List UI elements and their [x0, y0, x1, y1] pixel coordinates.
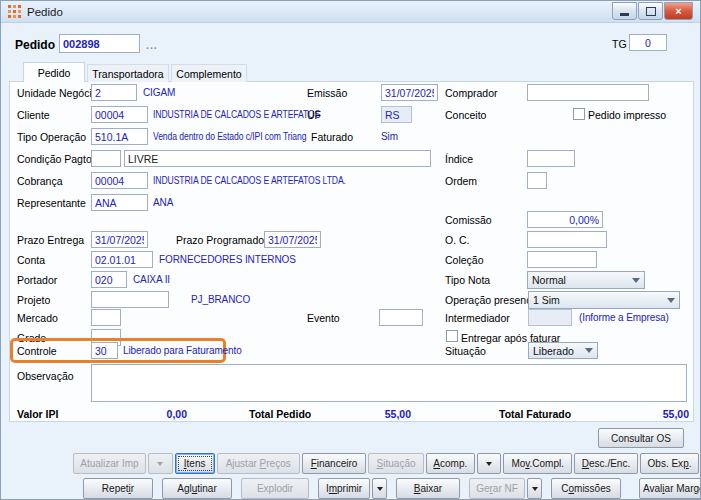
valor-ipi-value: 0,00: [111, 408, 187, 420]
cliente-input[interactable]: [91, 106, 148, 123]
total-faturado-label: Total Faturado: [499, 408, 571, 420]
situacao-label: Situação: [445, 345, 486, 357]
financeiro-button[interactable]: Financeiro: [302, 453, 367, 474]
intermediador-hint: (Informe a Empresa): [579, 312, 669, 323]
portador-desc: CAIXA II: [133, 274, 170, 285]
intermediador-label: Intermediador: [445, 312, 510, 324]
comissoes-button[interactable]: Comissões: [551, 478, 621, 499]
cobranca-input[interactable]: [91, 172, 148, 189]
projeto-label: Projeto: [17, 294, 50, 306]
mercado-label: Mercado: [17, 312, 58, 324]
operacao-presencial-select[interactable]: 1 Sim: [528, 291, 680, 309]
representante-input[interactable]: [91, 194, 148, 211]
mov-compl-button[interactable]: Mov.Compl.: [503, 453, 572, 474]
pedido-window: Pedido × Pedido ... TG Pedido Transporta…: [0, 0, 701, 500]
chevron-down-icon: [377, 487, 383, 491]
controle-desc: Liberado para Faturamento: [123, 345, 242, 356]
ordem-input[interactable]: [527, 172, 547, 189]
tipo-nota-select[interactable]: Normal: [527, 271, 645, 289]
tab-pedido[interactable]: Pedido: [23, 62, 85, 82]
comprador-input[interactable]: [527, 84, 649, 101]
projeto-desc: PJ_BRANCO: [191, 294, 250, 305]
acomp-dropdown-button[interactable]: [477, 453, 502, 474]
restore-button[interactable]: [638, 2, 663, 20]
controle-label: Controle: [17, 345, 57, 357]
observacao-textarea[interactable]: [91, 364, 687, 402]
unidade-negocio-desc: CIGAM: [143, 87, 175, 98]
condicao-pagto-code-input[interactable]: [91, 150, 121, 167]
portador-label: Portador: [17, 274, 57, 286]
repetir-button[interactable]: Repetir: [83, 478, 153, 499]
controle-input[interactable]: [91, 342, 118, 359]
ajustar-precos-button: Ajustar Preços: [217, 453, 300, 474]
chevron-down-icon: [632, 278, 640, 283]
oc-label: O. C.: [445, 234, 470, 246]
gerar-nf-button: Gerar NF: [469, 478, 525, 499]
tipo-operacao-label: Tipo Operação: [17, 131, 86, 143]
itens-button[interactable]: Itens: [175, 453, 215, 474]
prazo-programado-label: Prazo Programado: [176, 234, 264, 246]
situacao-button: Situação: [368, 453, 423, 474]
evento-input[interactable]: [379, 309, 423, 326]
comprador-label: Comprador: [445, 87, 498, 99]
indice-label: Índice: [445, 153, 473, 165]
indice-input[interactable]: [527, 150, 575, 167]
app-icon: [8, 5, 21, 18]
condicao-pagto-desc-input[interactable]: [124, 150, 431, 167]
titlebar: Pedido ×: [1, 1, 700, 23]
desc-enc-button[interactable]: Desc./Enc.: [574, 453, 638, 474]
comissao-input[interactable]: [527, 211, 603, 228]
unidade-negocio-label: Unidade Negócio: [17, 87, 98, 99]
prazo-programado-input[interactable]: [264, 231, 321, 248]
portador-input[interactable]: [91, 271, 127, 288]
tab-complemento[interactable]: Complemento: [171, 64, 247, 82]
conta-desc: FORNECEDORES INTERNOS: [159, 254, 296, 265]
tg-label: TG: [612, 38, 627, 50]
consultar-os-button[interactable]: Consultar OS: [598, 428, 684, 448]
chevron-down-icon: [486, 462, 492, 466]
aglutinar-button[interactable]: Aglutinar: [162, 478, 232, 499]
evento-label: Evento: [307, 312, 340, 324]
grade-label: Grade: [17, 332, 46, 344]
atualizar-imp-dropdown-button: [148, 453, 173, 474]
prazo-entrega-input[interactable]: [91, 231, 148, 248]
tab-transportadora[interactable]: Transportadora: [87, 64, 169, 82]
colecao-input[interactable]: [527, 251, 597, 268]
close-button[interactable]: ×: [664, 2, 693, 20]
tipo-nota-label: Tipo Nota: [445, 274, 490, 286]
conta-label: Conta: [17, 254, 45, 266]
minimize-icon: [620, 13, 629, 16]
minimize-button[interactable]: [612, 2, 637, 20]
oc-input[interactable]: [527, 231, 607, 248]
chevron-down-icon: [667, 298, 675, 303]
emissao-input[interactable]: [381, 84, 438, 101]
restore-icon: [646, 7, 656, 16]
acomp-button[interactable]: Acomp.: [426, 453, 475, 474]
total-pedido-value: 55,00: [331, 408, 411, 420]
valor-ipi-label: Valor IPI: [17, 408, 58, 420]
obs-exp-button[interactable]: Obs. Exp.: [640, 453, 699, 474]
pedido-lookup-button[interactable]: ...: [146, 39, 158, 51]
pedido-impresso-checkbox[interactable]: [573, 108, 585, 120]
avaliar-margem-button[interactable]: Avaliar Margem: [639, 478, 701, 499]
ordem-label: Ordem: [445, 175, 477, 187]
baixar-button[interactable]: Baixar: [396, 478, 460, 499]
gerar-nf-dropdown-button[interactable]: [527, 478, 542, 499]
unidade-negocio-input[interactable]: [91, 84, 137, 101]
chevron-down-icon: [157, 462, 163, 466]
button-row-1: Atualizar Imp Itens Ajustar Preços Finan…: [73, 453, 699, 474]
conta-input[interactable]: [91, 251, 153, 268]
pedido-number-input[interactable]: [59, 34, 140, 53]
entregar-apos-faturar-checkbox[interactable]: [446, 330, 458, 342]
imprimir-dropdown-button[interactable]: [372, 478, 387, 499]
atualizar-imp-button: Atualizar Imp: [73, 453, 146, 474]
situacao-select[interactable]: Liberado: [528, 342, 598, 359]
button-row-2: Repetir Aglutinar Explodir Imprimir Baix…: [83, 478, 699, 499]
faturado-label: Faturado: [311, 131, 353, 143]
tipo-operacao-input[interactable]: [91, 128, 148, 145]
projeto-input[interactable]: [91, 291, 169, 308]
mercado-input[interactable]: [91, 309, 121, 326]
close-icon: ×: [675, 5, 681, 17]
tg-input[interactable]: [629, 34, 667, 51]
imprimir-button[interactable]: Imprimir: [318, 478, 370, 499]
